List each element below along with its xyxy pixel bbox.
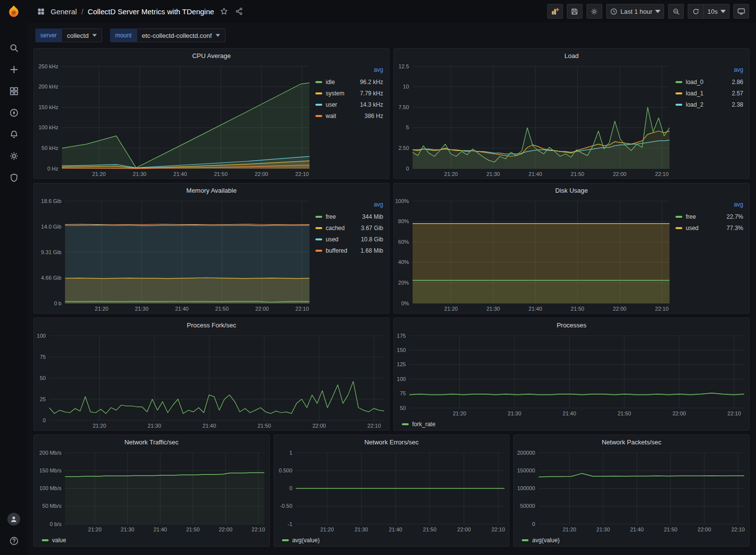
- legend-avg-header[interactable]: avg: [734, 66, 743, 76]
- legend-item[interactable]: load_12.57: [675, 88, 743, 99]
- svg-text:75: 75: [400, 390, 406, 396]
- dashboard-grid-icon[interactable]: [35, 6, 46, 17]
- configuration-gear-icon[interactable]: [8, 150, 19, 161]
- legend-item[interactable]: cached3.67 Gib: [315, 222, 383, 234]
- chart-plot[interactable]: 507510012515017521:2021:3021:4021:5022:0…: [394, 332, 749, 418]
- panel-header[interactable]: Memory Available: [34, 183, 389, 197]
- help-icon[interactable]: [8, 535, 19, 546]
- panel-title[interactable]: Disk Usage: [555, 187, 588, 194]
- legend-item[interactable]: user14.3 kHz: [315, 99, 383, 110]
- legend-avg-header[interactable]: avg: [374, 201, 383, 211]
- legend-item[interactable]: used10.8 Gib: [315, 234, 383, 245]
- legend-label[interactable]: cached: [326, 225, 345, 232]
- legend-label[interactable]: idle: [326, 79, 335, 86]
- chart-plot[interactable]: 0%20%40%60%80%100%21:2021:3021:4021:5022…: [394, 197, 674, 313]
- panel-title[interactable]: Network Traffic/sec: [124, 438, 178, 446]
- variable-mount-dropdown[interactable]: etc-collectd-collectd.conf: [137, 29, 225, 42]
- legend-swatch: [675, 227, 682, 229]
- panel-header[interactable]: Network Traffic/sec: [34, 435, 269, 449]
- panel-title[interactable]: Load: [564, 52, 579, 59]
- chart-plot[interactable]: 0 b/s50 Mb/s100 Mb/s150 Mb/s200 Mb/s21:2…: [34, 449, 269, 534]
- dashboards-icon[interactable]: [8, 86, 19, 96]
- svg-text:100000: 100000: [517, 485, 535, 491]
- chart-plot[interactable]: 0 Hz50 kHz100 kHz150 kHz200 kHz250 kHz21…: [34, 62, 314, 178]
- legend-item[interactable]: load_22.38: [675, 99, 743, 110]
- refresh-button[interactable]: [688, 4, 703, 19]
- svg-text:125: 125: [397, 361, 406, 367]
- legend-item[interactable]: free22.7%: [675, 211, 743, 222]
- chart-plot[interactable]: 0 b4.66 Gib9.31 Gib14.0 Gib18.6 Gib21:20…: [34, 197, 314, 313]
- create-plus-icon[interactable]: [8, 64, 19, 75]
- svg-text:0: 0: [532, 521, 535, 527]
- legend-label[interactable]: load_2: [686, 101, 703, 108]
- svg-text:21:30: 21:30: [486, 171, 500, 177]
- panel-header[interactable]: Processes: [394, 318, 749, 332]
- legend-item[interactable]: wait386 Hz: [315, 110, 383, 121]
- legend-avg-header[interactable]: avg: [734, 201, 743, 211]
- chevron-down-icon: [92, 34, 97, 37]
- svg-text:21:50: 21:50: [214, 171, 228, 177]
- alerting-bell-icon[interactable]: [8, 129, 19, 140]
- server-admin-shield-icon[interactable]: [8, 172, 19, 183]
- chart-plot[interactable]: 02.5057.501012.521:2021:3021:4021:5022:0…: [394, 62, 674, 178]
- legend-label[interactable]: avg(value): [292, 537, 320, 544]
- legend-label[interactable]: user: [326, 101, 337, 108]
- panel-title[interactable]: CPU Average: [192, 52, 231, 59]
- panel-header[interactable]: Load: [394, 49, 749, 62]
- legend-item[interactable]: free344 Mib: [315, 211, 383, 222]
- legend-label[interactable]: system: [326, 90, 344, 97]
- save-dashboard-button[interactable]: [567, 4, 583, 19]
- legend-header: avg: [315, 66, 383, 76]
- variable-server[interactable]: server collectd: [35, 29, 102, 42]
- legend-item[interactable]: system7.79 kHz: [315, 88, 383, 99]
- legend-item[interactable]: load_02.86: [675, 76, 743, 88]
- search-icon[interactable]: [8, 42, 19, 53]
- legend-label[interactable]: used: [686, 225, 699, 232]
- legend-item[interactable]: idle96.2 kHz: [315, 76, 383, 88]
- refresh-interval-picker[interactable]: 10s: [703, 4, 729, 19]
- legend-label[interactable]: used: [326, 236, 338, 243]
- cycle-view-monitor-button[interactable]: [733, 4, 749, 19]
- time-range-picker[interactable]: Last 1 hour: [606, 4, 664, 19]
- zoom-out-button[interactable]: [668, 4, 684, 19]
- chart-plot[interactable]: 05000010000015000020000021:2021:3021:402…: [514, 449, 749, 534]
- legend-item[interactable]: used77.3%: [675, 222, 743, 234]
- panel-title[interactable]: Network Errors/sec: [364, 438, 419, 446]
- breadcrumb-folder[interactable]: General: [51, 7, 77, 16]
- share-icon[interactable]: [234, 6, 245, 17]
- legend-label[interactable]: wait: [326, 113, 336, 119]
- legend-label[interactable]: load_1: [686, 90, 703, 97]
- panel-header[interactable]: Network Errors/sec: [274, 435, 509, 449]
- panel-title[interactable]: Network Packets/sec: [602, 438, 661, 446]
- legend-label[interactable]: free: [326, 213, 336, 220]
- panel-header[interactable]: CPU Average: [34, 49, 389, 62]
- legend-label[interactable]: buffered: [326, 247, 347, 254]
- panel-title[interactable]: Processes: [557, 321, 587, 329]
- legend-value: 344 Mib: [362, 213, 383, 220]
- legend-avg-header[interactable]: avg: [374, 66, 383, 76]
- legend-item[interactable]: buffered1.68 Mib: [315, 245, 383, 256]
- add-panel-button[interactable]: [547, 4, 563, 19]
- panel-header[interactable]: Disk Usage: [394, 183, 749, 197]
- panel-title[interactable]: Memory Available: [186, 187, 236, 194]
- explore-compass-icon[interactable]: [8, 107, 19, 118]
- dashboard-settings-button[interactable]: [587, 4, 602, 19]
- svg-text:22:00: 22:00: [698, 526, 711, 532]
- dashboard-title[interactable]: CollectD Server Metrics with TDengine: [88, 7, 214, 16]
- legend-label[interactable]: load_0: [686, 79, 703, 86]
- variable-server-dropdown[interactable]: collectd: [61, 29, 102, 42]
- chart-plot[interactable]: 025507510021:2021:3021:4021:5022:0022:10: [34, 332, 389, 430]
- legend-label[interactable]: value: [52, 537, 66, 544]
- panel-title[interactable]: Process Fork/sec: [187, 321, 236, 329]
- panel-header[interactable]: Process Fork/sec: [34, 318, 389, 332]
- grafana-logo[interactable]: [0, 0, 28, 23]
- svg-text:50 kHz: 50 kHz: [42, 145, 58, 151]
- legend-label[interactable]: avg(value): [532, 537, 560, 544]
- star-icon[interactable]: [219, 6, 229, 17]
- user-avatar[interactable]: [7, 513, 20, 526]
- variable-mount[interactable]: mount etc-collectd-collectd.conf: [110, 29, 225, 42]
- legend-label[interactable]: free: [686, 213, 696, 220]
- legend-label[interactable]: fork_rate: [412, 421, 435, 428]
- chart-plot[interactable]: -1-0.5000.500121:2021:3021:4021:5022:002…: [274, 449, 509, 534]
- panel-header[interactable]: Network Packets/sec: [514, 435, 749, 449]
